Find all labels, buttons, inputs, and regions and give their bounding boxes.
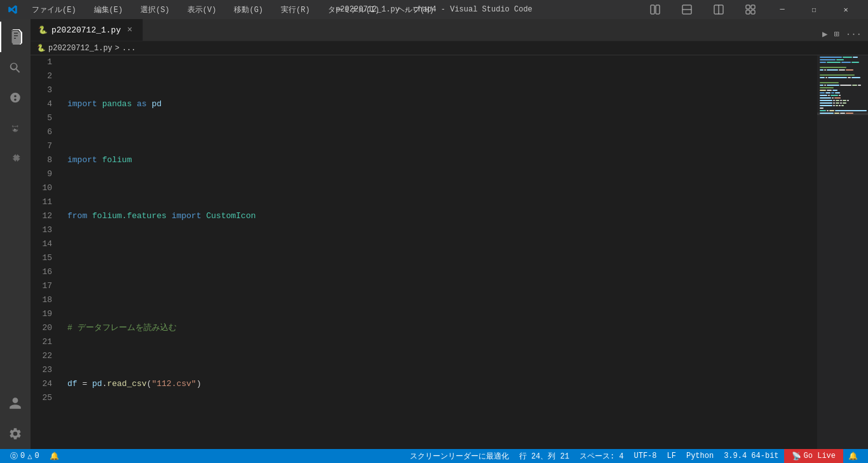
svg-rect-78 <box>840 113 845 114</box>
breadcrumb-file-icon: 🐍 <box>37 44 46 52</box>
svg-rect-68 <box>839 105 841 106</box>
accessibility-label: スクリーンリーダーに最適化 <box>410 451 509 462</box>
line-num-17: 17 <box>31 279 57 293</box>
svg-rect-44 <box>825 92 831 93</box>
line-num-24: 24 <box>31 377 57 391</box>
svg-rect-64 <box>843 102 846 104</box>
breadcrumb-filename[interactable]: p20220712_1.py <box>48 44 112 53</box>
error-icon: ⓪ <box>10 451 18 462</box>
code-line-4 <box>67 265 868 279</box>
line-num-7: 7 <box>31 139 57 153</box>
encoding-label: UTF-8 <box>634 452 657 460</box>
run-file-btn[interactable]: ▶ <box>821 27 829 41</box>
active-tab[interactable]: 🐍 p20220712_1.py × <box>31 19 143 41</box>
svg-rect-54 <box>820 100 832 101</box>
svg-rect-58 <box>843 100 846 101</box>
activity-extensions[interactable] <box>0 144 31 174</box>
svg-rect-6 <box>746 5 750 9</box>
code-line-2: import folium <box>67 153 868 167</box>
layout-btn[interactable] <box>672 0 702 19</box>
maximize-btn[interactable]: ☐ <box>799 0 829 19</box>
svg-rect-67 <box>836 105 838 106</box>
menu-file[interactable]: ファイル(E) <box>28 3 80 17</box>
tab-close-btn[interactable]: × <box>125 25 135 35</box>
statusbar-notifications[interactable]: 🔔 <box>843 449 863 463</box>
svg-rect-24 <box>839 69 845 71</box>
svg-rect-17 <box>827 62 841 63</box>
panel-layout-btn[interactable] <box>704 0 733 19</box>
antenna-icon: 📡 <box>792 452 801 461</box>
code-editor[interactable]: import pandas as pd import folium from f… <box>62 55 868 449</box>
line-num-8: 8 <box>31 153 57 167</box>
activity-settings[interactable] <box>0 418 31 449</box>
svg-rect-65 <box>820 105 832 106</box>
editor-body[interactable]: 1 2 3 4 5 6 7 8 9 10 11 12 13 14 15 16 1… <box>31 55 868 449</box>
svg-rect-57 <box>840 100 842 101</box>
python-version-label: 3.9.4 64-bit <box>724 452 778 460</box>
line-num-19: 19 <box>31 307 57 321</box>
activity-run-debug[interactable] <box>0 113 31 144</box>
split-editor-right-btn[interactable]: ⊞ <box>832 27 840 41</box>
line-numbers: 1 2 3 4 5 6 7 8 9 10 11 12 13 14 15 16 1… <box>31 55 62 449</box>
line-num-1: 1 <box>31 55 57 69</box>
minimap-svg <box>817 55 868 424</box>
svg-rect-19 <box>851 62 859 63</box>
activity-source-control[interactable] <box>0 83 31 113</box>
menu-run[interactable]: 実行(R) <box>277 3 314 17</box>
svg-rect-42 <box>832 90 837 91</box>
activity-explorer[interactable] <box>0 22 31 52</box>
spaces-label: スペース: 4 <box>580 451 624 462</box>
svg-rect-20 <box>820 67 846 68</box>
svg-rect-56 <box>836 100 839 101</box>
minimize-btn[interactable]: — <box>768 0 797 19</box>
vscode-logo <box>8 4 18 15</box>
statusbar-bell[interactable]: 🔔 <box>44 449 64 463</box>
line-num-13: 13 <box>31 223 57 237</box>
menu-view[interactable]: 表示(V) <box>184 3 220 17</box>
svg-rect-47 <box>820 95 827 96</box>
svg-rect-41 <box>827 90 832 91</box>
svg-rect-11 <box>820 57 842 58</box>
svg-rect-34 <box>824 85 826 86</box>
svg-rect-38 <box>858 85 861 86</box>
menu-edit[interactable]: 編集(E) <box>90 3 127 17</box>
statusbar-accessibility[interactable]: スクリーンリーダーに最適化 <box>405 449 514 463</box>
activity-account[interactable] <box>0 388 31 418</box>
more-actions-btn[interactable]: ··· <box>844 28 863 41</box>
statusbar-errors[interactable]: ⓪ 0 △ 0 <box>5 449 44 463</box>
statusbar-spaces[interactable]: スペース: 4 <box>574 449 629 463</box>
svg-rect-60 <box>820 102 832 104</box>
statusbar-line-ending[interactable]: LF <box>662 449 681 463</box>
line-num-22: 22 <box>31 349 57 363</box>
line-num-14: 14 <box>31 237 57 251</box>
customize-layout-btn[interactable] <box>736 0 765 19</box>
svg-rect-9 <box>751 10 755 14</box>
warning-icon: △ <box>27 452 32 461</box>
code-line-5: # データフレームを読み込む <box>67 321 868 335</box>
svg-rect-70 <box>820 107 824 109</box>
menu-select[interactable]: 選択(S) <box>137 3 173 17</box>
svg-rect-25 <box>846 69 853 71</box>
svg-rect-55 <box>833 100 835 101</box>
menu-goto[interactable]: 移動(G) <box>230 3 267 17</box>
svg-rect-8 <box>746 10 750 14</box>
line-num-5: 5 <box>31 111 57 125</box>
tab-bar: 🐍 p20220712_1.py × ▶ ⊞ ··· <box>31 19 868 41</box>
breadcrumb-more[interactable]: ... <box>122 44 136 53</box>
code-line-1: import pandas as pd <box>67 97 868 111</box>
statusbar-python-version[interactable]: 3.9.4 64-bit <box>719 449 783 463</box>
svg-rect-37 <box>852 85 857 86</box>
statusbar-encoding[interactable]: UTF-8 <box>629 449 662 463</box>
statusbar-language[interactable]: Python <box>681 449 719 463</box>
activity-search[interactable] <box>0 52 31 83</box>
line-num-4: 4 <box>31 97 57 111</box>
svg-rect-28 <box>825 77 827 78</box>
titlebar: ファイル(E) 編集(E) 選択(S) 表示(V) 移動(G) 実行(R) ター… <box>0 0 868 19</box>
close-btn[interactable]: ✕ <box>831 0 860 19</box>
statusbar-go-live[interactable]: 📡 Go Live <box>784 449 843 463</box>
split-editor-btn[interactable] <box>641 0 670 19</box>
titlebar-title: p20220712_1.py - chap4 - Visual Studio C… <box>336 5 532 14</box>
statusbar-position[interactable]: 行 24、列 21 <box>514 449 574 463</box>
activity-bar <box>0 19 31 449</box>
svg-rect-79 <box>846 113 853 114</box>
